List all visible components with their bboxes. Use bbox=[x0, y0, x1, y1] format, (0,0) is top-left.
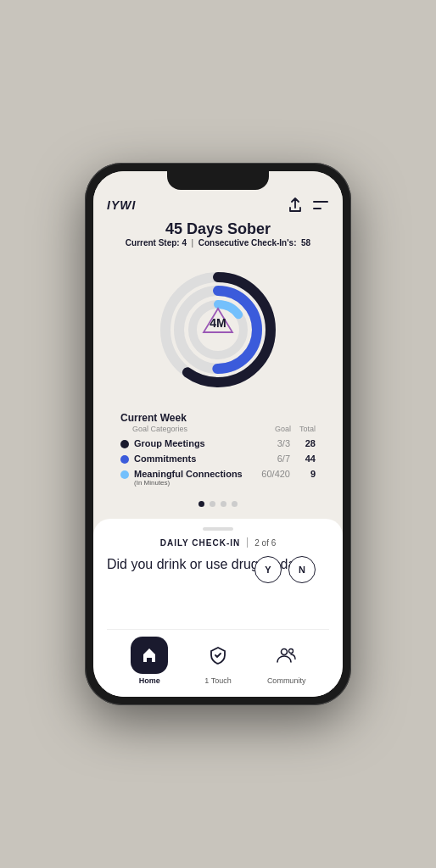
pagination bbox=[107, 496, 329, 510]
checkin-progress: 2 of 6 bbox=[254, 538, 276, 548]
table-row: Group Meetings 3/3 28 bbox=[120, 436, 316, 451]
svg-text:4M: 4M bbox=[210, 316, 226, 330]
nav-1touch[interactable]: 1 Touch bbox=[193, 637, 243, 685]
dot-group-meetings bbox=[120, 440, 129, 448]
svg-rect-1 bbox=[313, 208, 321, 209]
checkin-buttons: Y N bbox=[254, 556, 316, 583]
header-bar: IYWI bbox=[107, 197, 329, 214]
table-row: Commitments 6/7 44 bbox=[120, 451, 316, 466]
col-goal: Goal bbox=[275, 425, 291, 433]
app-content: IYWI bbox=[93, 171, 343, 697]
nav-home-label: Home bbox=[139, 676, 160, 685]
col-total: Total bbox=[299, 425, 316, 433]
subtitle-checkins-value: 58 bbox=[301, 238, 310, 248]
total-group-meetings: 28 bbox=[295, 438, 316, 448]
home-icon bbox=[141, 647, 158, 664]
community-icon bbox=[277, 647, 297, 664]
checkin-row: Did you drink or use drugs today? Y N bbox=[107, 556, 329, 584]
pagination-dot-3[interactable] bbox=[221, 501, 226, 507]
nav-community-label: Community bbox=[267, 676, 306, 685]
nav-community[interactable]: Community bbox=[261, 637, 312, 685]
pagination-dot-4[interactable] bbox=[232, 501, 238, 507]
phone-notch bbox=[167, 171, 269, 190]
phone-frame: IYWI bbox=[85, 163, 351, 705]
drag-handle[interactable] bbox=[203, 527, 233, 531]
pagination-dot-1[interactable] bbox=[198, 501, 204, 507]
svg-point-10 bbox=[281, 649, 287, 655]
header-icons bbox=[287, 197, 329, 214]
subtitle-checkins-label: Consecutive Check-In's: bbox=[198, 238, 297, 248]
top-section: IYWI bbox=[93, 171, 343, 519]
main-title: 45 Days Sober bbox=[107, 220, 329, 238]
shield-icon bbox=[209, 646, 227, 665]
connections-sublabel: (In Minutes) bbox=[134, 479, 260, 487]
total-commitments: 44 bbox=[295, 453, 316, 464]
subtitle-step: Current Step: 4 bbox=[126, 238, 187, 248]
pagination-dot-2[interactable] bbox=[210, 501, 215, 507]
checkin-header: DAILY CHECK-IN 2 of 6 bbox=[107, 537, 329, 548]
bottom-section: DAILY CHECK-IN 2 of 6 Did you drink or u… bbox=[93, 519, 343, 697]
yes-button[interactable]: Y bbox=[254, 556, 282, 583]
shield-icon-wrap bbox=[199, 637, 237, 674]
menu-icon[interactable] bbox=[312, 197, 329, 214]
subtitle: Current Step: 4 | Consecutive Check-In's… bbox=[107, 238, 329, 248]
share-icon[interactable] bbox=[287, 197, 304, 214]
svg-rect-0 bbox=[313, 201, 328, 203]
bottom-nav: Home 1 Touch bbox=[107, 629, 329, 697]
phone-screen: IYWI bbox=[93, 171, 343, 697]
home-icon-wrap bbox=[131, 637, 168, 674]
week-section: Current Week Goal Categories Goal Total … bbox=[107, 409, 329, 496]
total-connections: 9 bbox=[295, 469, 316, 479]
week-title: Current Week bbox=[120, 412, 316, 424]
checkin-title: DAILY CHECK-IN bbox=[160, 538, 241, 548]
label-connections: Meaningful Connections (In Minutes) bbox=[134, 469, 260, 487]
table-header: Goal Categories Goal Total bbox=[120, 425, 316, 436]
title-section: 45 Days Sober Current Step: 4 | Consecut… bbox=[107, 220, 329, 248]
nav-home[interactable]: Home bbox=[124, 637, 175, 685]
dot-commitments bbox=[120, 455, 129, 464]
nav-1touch-label: 1 Touch bbox=[204, 676, 231, 685]
label-group-meetings: Group Meetings bbox=[134, 438, 260, 448]
logo: IYWI bbox=[107, 198, 136, 212]
table-row: Meaningful Connections (In Minutes) 60/4… bbox=[120, 466, 316, 489]
circular-chart: 4M bbox=[146, 258, 290, 402]
label-commitments: Commitments bbox=[134, 453, 260, 464]
col-category: Goal Categories bbox=[132, 425, 275, 433]
dot-connections bbox=[120, 470, 129, 479]
goal-group-meetings: 3/3 bbox=[260, 438, 290, 448]
no-button[interactable]: N bbox=[288, 556, 316, 583]
col-headers-right: Goal Total bbox=[275, 425, 316, 433]
svg-point-11 bbox=[288, 649, 293, 654]
community-icon-wrap bbox=[268, 637, 305, 674]
goal-connections: 60/420 bbox=[260, 469, 290, 479]
checkin-divider bbox=[247, 537, 248, 548]
chart-container: 4M bbox=[107, 251, 329, 409]
goal-commitments: 6/7 bbox=[260, 453, 290, 464]
